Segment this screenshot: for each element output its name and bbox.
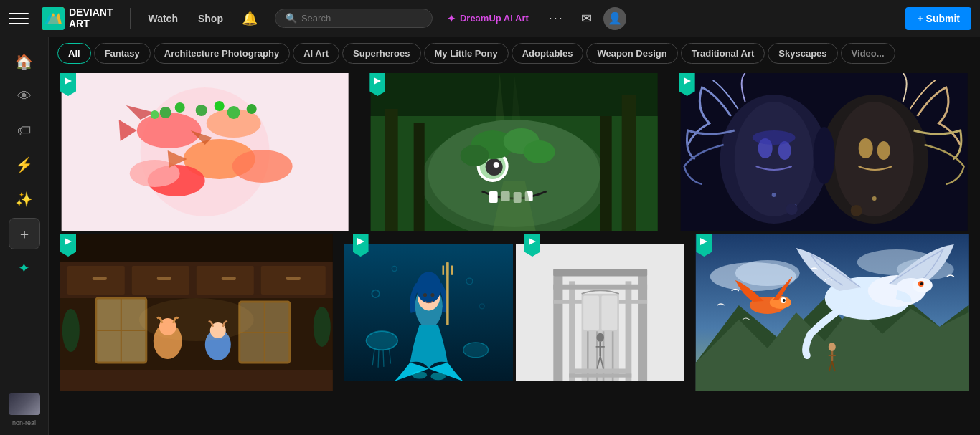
- cat-tab-superheroes[interactable]: Superheroes: [342, 43, 420, 64]
- user-avatar[interactable]: 👤: [603, 7, 626, 30]
- svg-rect-45: [414, 123, 425, 231]
- svg-point-118: [430, 373, 446, 380]
- sidenav-watch[interactable]: 👁: [9, 80, 40, 112]
- svg-point-147: [735, 260, 800, 286]
- sidenav-thumbnail-label: non-real: [12, 419, 36, 426]
- dreamup-button[interactable]: ✦ DreamUp AI Art: [438, 13, 537, 24]
- gallery-item-sketch[interactable]: [516, 234, 684, 391]
- svg-point-56: [858, 138, 872, 158]
- sidenav-stash[interactable]: 🏷: [9, 115, 40, 146]
- more-options-button[interactable]: ···: [543, 11, 570, 26]
- hamburger-menu[interactable]: [9, 13, 29, 24]
- svg-rect-44: [622, 95, 636, 231]
- svg-marker-143: [529, 238, 536, 245]
- art-surreal-image: [671, 73, 977, 231]
- svg-rect-73: [93, 277, 107, 280]
- shop-link[interactable]: Shop: [191, 9, 230, 29]
- svg-point-53: [752, 130, 795, 145]
- svg-point-162: [829, 343, 836, 351]
- cat-tab-adoptables[interactable]: Adoptables: [512, 43, 584, 64]
- sidenav-premium[interactable]: ✨: [9, 183, 40, 215]
- topnav: DEVIANT ART Watch Shop 🔔 🔍 ✦ DreamUp AI …: [0, 0, 980, 37]
- gallery-item-mermaid[interactable]: [344, 234, 513, 391]
- dreamup-icon: ✦: [447, 13, 456, 24]
- gallery-item-dragon[interactable]: [687, 234, 977, 391]
- svg-rect-125: [626, 281, 632, 381]
- svg-marker-47: [374, 77, 381, 85]
- deviantart-badge-7: [696, 234, 712, 257]
- svg-line-104: [383, 350, 384, 367]
- logo[interactable]: DEVIANT ART: [42, 7, 113, 30]
- svg-point-5: [137, 113, 202, 148]
- art-forest-image: [361, 73, 667, 231]
- svg-point-159: [770, 296, 791, 309]
- gallery-item-forest[interactable]: [361, 73, 667, 231]
- svg-point-91: [314, 307, 331, 347]
- svg-rect-137: [569, 373, 631, 377]
- svg-point-50: [734, 102, 813, 216]
- gallery-item-interior[interactable]: [52, 234, 341, 391]
- svg-rect-34: [489, 191, 498, 203]
- logo-icon: [42, 7, 65, 30]
- svg-point-19: [227, 106, 240, 119]
- svg-marker-119: [357, 238, 364, 245]
- cat-tab-my-little-pony[interactable]: My Little Pony: [424, 43, 509, 64]
- cat-tab-traditional-art[interactable]: Traditional Art: [681, 43, 765, 64]
- svg-line-103: [378, 350, 379, 367]
- sidenav-ai[interactable]: ✦: [9, 252, 40, 284]
- svg-rect-126: [553, 269, 647, 276]
- gallery-item-surreal[interactable]: [671, 73, 977, 231]
- svg-point-92: [139, 298, 254, 341]
- svg-marker-23: [65, 77, 72, 85]
- submit-button[interactable]: + Submit: [905, 7, 971, 30]
- sidenav-activity[interactable]: ⚡: [9, 149, 40, 181]
- svg-marker-167: [700, 238, 707, 245]
- sidenav-add-button[interactable]: ＋: [9, 218, 40, 249]
- art-dragon-image: [687, 234, 977, 391]
- svg-point-16: [175, 102, 185, 113]
- svg-point-64: [850, 205, 862, 216]
- messages-button[interactable]: ✉: [575, 11, 598, 27]
- deviantart-badge-2: [369, 73, 385, 96]
- svg-rect-127: [553, 285, 647, 290]
- svg-point-33: [494, 162, 499, 168]
- gallery-row-2: [49, 232, 980, 394]
- cat-tab-ai-art[interactable]: AI Art: [293, 43, 339, 64]
- cat-tab-fantasy[interactable]: Fantasy: [94, 43, 151, 64]
- cat-tab-architecture-photography[interactable]: Architecture Photography: [154, 43, 290, 64]
- cat-tab-video-games[interactable]: Video...: [841, 43, 895, 64]
- svg-point-21: [151, 110, 159, 119]
- cat-tab-all[interactable]: All: [57, 43, 91, 64]
- gallery-item-fish[interactable]: [52, 73, 358, 231]
- cat-tab-skyscapes[interactable]: Skyscapes: [768, 43, 837, 64]
- search-input[interactable]: [301, 13, 422, 24]
- svg-marker-93: [65, 238, 72, 245]
- art-interior-image: [52, 234, 341, 391]
- svg-point-59: [771, 193, 776, 197]
- logo-text: DEVIANT ART: [69, 7, 113, 29]
- sidenav-home[interactable]: 🏠: [9, 46, 40, 77]
- svg-point-90: [62, 309, 80, 352]
- svg-point-161: [783, 299, 786, 302]
- svg-rect-76: [286, 277, 301, 280]
- svg-point-60: [872, 196, 876, 201]
- svg-point-63: [786, 204, 797, 215]
- cat-tab-weapon-design[interactable]: Weapon Design: [586, 43, 677, 64]
- svg-point-58: [813, 127, 834, 184]
- deviantart-badge-1: [60, 73, 76, 96]
- notifications-bell[interactable]: 🔔: [236, 11, 263, 27]
- svg-marker-65: [684, 77, 691, 85]
- svg-point-111: [423, 293, 426, 297]
- svg-point-57: [877, 141, 890, 160]
- watch-link[interactable]: Watch: [141, 9, 184, 29]
- sidenav: 🏠 👁 🏷 ⚡ ✨ ＋ ✦ non-real: [0, 37, 49, 435]
- svg-point-112: [430, 293, 434, 297]
- search-bar: 🔍: [275, 9, 433, 28]
- svg-point-138: [596, 333, 603, 342]
- svg-rect-124: [569, 281, 575, 381]
- gallery-row-1: [49, 70, 980, 232]
- svg-rect-130: [583, 295, 599, 330]
- deviantart-badge-3: [679, 73, 695, 96]
- svg-rect-131: [601, 295, 617, 330]
- sidenav-thumbnail[interactable]: [9, 393, 40, 415]
